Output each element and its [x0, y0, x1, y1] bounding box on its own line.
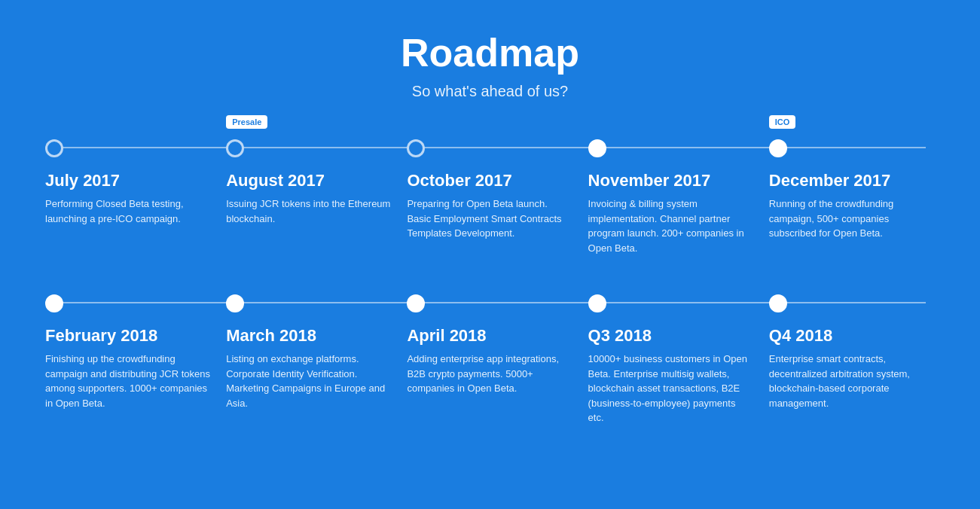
month-label-q4-2018: Q4 2018: [769, 326, 935, 346]
item-desc-october-2017: Preparing for Open Beta launch. Basic Em…: [407, 197, 572, 241]
timeline-item-april-2018: April 2018Adding enterprise app integrat…: [407, 293, 588, 425]
page-subtitle: So what's ahead of us?: [45, 83, 935, 100]
timeline-item-november-2017: November 2017Invoicing & billing system …: [588, 138, 769, 255]
timeline-row-2: February 2018Finishing up the crowdfundi…: [45, 293, 935, 425]
badge-august-2017: Presale: [226, 115, 267, 129]
item-desc-november-2017: Invoicing & billing system implementatio…: [588, 197, 754, 255]
timeline-item-q4-2018: Q4 2018Enterprise smart contracts, decen…: [769, 293, 935, 425]
dot-november-2017: [588, 139, 606, 157]
month-label-october-2017: October 2017: [407, 171, 572, 190]
dot-area-february-2018: [45, 293, 211, 314]
timeline-track-1: July 2017Performing Closed Beta testing,…: [45, 138, 935, 255]
month-label-q3-2018: Q3 2018: [588, 326, 754, 346]
timeline-item-march-2018: March 2018Listing on exchange platforms.…: [226, 293, 407, 425]
dot-area-december-2017: ICO: [769, 138, 935, 159]
dot-area-april-2018: [407, 293, 572, 314]
dot-q4-2018: [769, 294, 787, 312]
item-desc-q3-2018: 10000+ business customers in Open Beta. …: [588, 352, 754, 425]
dot-march-2018: [226, 294, 244, 312]
timeline-track-2: February 2018Finishing up the crowdfundi…: [45, 293, 935, 425]
item-desc-february-2018: Finishing up the crowdfunding campaign a…: [45, 352, 211, 410]
timeline-items-2: February 2018Finishing up the crowdfundi…: [45, 293, 935, 425]
item-desc-march-2018: Listing on exchange platforms. Corporate…: [226, 352, 392, 410]
item-desc-q4-2018: Enterprise smart contracts, decentralize…: [769, 352, 935, 410]
dot-july-2017: [45, 139, 63, 157]
page-title: Roadmap: [45, 30, 935, 75]
page-header: Roadmap So what's ahead of us?: [45, 30, 935, 100]
item-desc-december-2017: Running of the crowdfunding campaign, 50…: [769, 197, 935, 241]
dot-area-march-2018: [226, 293, 392, 314]
item-desc-july-2017: Performing Closed Beta testing, launchin…: [45, 197, 211, 226]
dot-area-q3-2018: [588, 293, 754, 314]
dot-area-november-2017: [588, 138, 754, 159]
month-label-july-2017: July 2017: [45, 171, 211, 190]
item-desc-august-2017: Issuing JCR tokens into the Ethereum blo…: [226, 197, 392, 226]
badge-december-2017: ICO: [769, 115, 796, 129]
timeline-items-1: July 2017Performing Closed Beta testing,…: [45, 138, 935, 255]
timeline-row-1: July 2017Performing Closed Beta testing,…: [45, 138, 935, 255]
month-label-february-2018: February 2018: [45, 326, 211, 346]
month-label-march-2018: March 2018: [226, 326, 392, 346]
dot-february-2018: [45, 294, 63, 312]
month-label-april-2018: April 2018: [407, 326, 572, 346]
dot-april-2018: [407, 294, 425, 312]
timeline-item-february-2018: February 2018Finishing up the crowdfundi…: [45, 293, 226, 425]
month-label-december-2017: December 2017: [769, 171, 935, 190]
dot-october-2017: [407, 139, 425, 157]
dot-area-q4-2018: [769, 293, 935, 314]
dot-q3-2018: [588, 294, 606, 312]
month-label-august-2017: August 2017: [226, 171, 392, 190]
dot-area-october-2017: [407, 138, 572, 159]
month-label-november-2017: November 2017: [588, 171, 754, 190]
timeline-item-december-2017: ICODecember 2017Running of the crowdfund…: [769, 138, 935, 255]
item-desc-april-2018: Adding enterprise app integrations, B2B …: [407, 352, 572, 396]
timeline-item-july-2017: July 2017Performing Closed Beta testing,…: [45, 138, 226, 255]
dot-december-2017: [769, 139, 787, 157]
dot-area-july-2017: [45, 138, 211, 159]
timeline-item-q3-2018: Q3 201810000+ business customers in Open…: [588, 293, 769, 425]
dot-area-august-2017: Presale: [226, 138, 392, 159]
dot-august-2017: [226, 139, 244, 157]
timeline-item-october-2017: October 2017Preparing for Open Beta laun…: [407, 138, 588, 255]
timeline-item-august-2017: PresaleAugust 2017Issuing JCR tokens int…: [226, 138, 407, 255]
